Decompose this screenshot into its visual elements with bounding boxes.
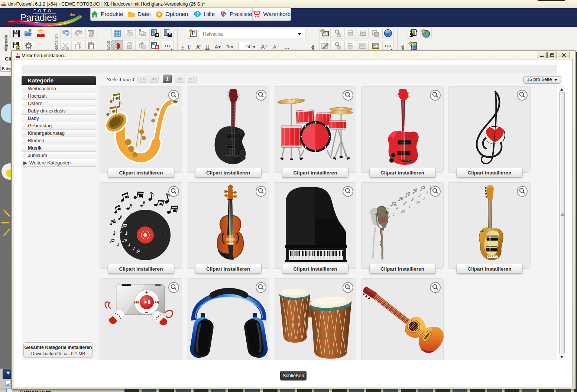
svg-text:dm: dm bbox=[70, 13, 75, 16]
svg-text:?: ? bbox=[196, 12, 199, 17]
